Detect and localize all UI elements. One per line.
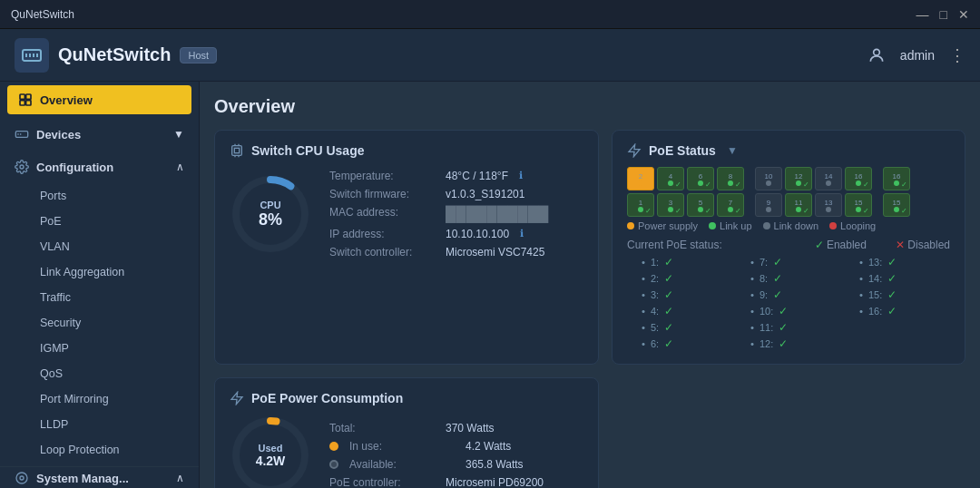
poe-status-dropdown[interactable]: ▼ bbox=[727, 144, 738, 157]
user-icon bbox=[867, 46, 886, 64]
poe-power-icon bbox=[230, 391, 244, 405]
port-1[interactable]: 1 bbox=[627, 193, 654, 217]
sidebar-sub-qos[interactable]: QoS bbox=[40, 361, 199, 386]
sidebar-sub-link-aggregation[interactable]: Link Aggregation bbox=[40, 259, 199, 285]
cpu-card: Switch CPU Usage CPU 8% bbox=[214, 130, 599, 365]
port-5[interactable]: 5 bbox=[687, 193, 714, 217]
port-15b-dot bbox=[894, 207, 899, 212]
minimize-button[interactable]: — bbox=[916, 7, 929, 22]
port-13-dot bbox=[826, 207, 831, 212]
inuse-row: In use: 4.2 Watts bbox=[329, 437, 544, 455]
sidebar-item-devices[interactable]: Devices ▼ bbox=[0, 118, 199, 151]
port-3[interactable]: 3 bbox=[657, 193, 684, 217]
titlebar: QuNetSwitch — □ ✕ bbox=[0, 0, 980, 29]
port-2-dot bbox=[638, 181, 643, 186]
temperature-label: Temperature: bbox=[329, 170, 438, 182]
sidebar-sub-poe[interactable]: PoE bbox=[40, 209, 199, 234]
port-16b[interactable]: 16 bbox=[883, 167, 910, 190]
config-chevron: ∧ bbox=[176, 161, 184, 173]
legend-dot-orange bbox=[627, 222, 634, 229]
poe-row-9: •9:✓ bbox=[736, 288, 841, 302]
controller-row: Switch controller: Microsemi VSC7425 bbox=[329, 243, 548, 261]
system-label: System Manag... bbox=[36, 472, 169, 485]
poe-controller-row: PoE controller: Microsemi PD69200 bbox=[329, 473, 544, 488]
port-15b[interactable]: 15 bbox=[883, 193, 910, 217]
poe-row-15: •15:✓ bbox=[845, 288, 950, 302]
cpu-label: CPU 8% bbox=[259, 200, 282, 229]
port-2[interactable]: 2 bbox=[627, 167, 654, 190]
total-value: 370 Watts bbox=[446, 422, 495, 434]
maximize-button[interactable]: □ bbox=[940, 7, 947, 22]
legend-looping: Looping bbox=[829, 220, 876, 231]
port-10[interactable]: 10 bbox=[755, 167, 782, 190]
svg-rect-17 bbox=[234, 148, 239, 152]
app-logo bbox=[15, 38, 49, 73]
sidebar-sub-loop-protection[interactable]: Loop Protection bbox=[40, 437, 199, 463]
right-spacer bbox=[612, 377, 965, 488]
main-content: Overview Switch CPU Usage bbox=[200, 82, 980, 488]
sidebar-sub-items: Ports PoE VLAN Link Aggregation Traffic … bbox=[0, 183, 199, 463]
inuse-dot bbox=[329, 442, 338, 451]
sidebar-sub-lldp[interactable]: LLDP bbox=[40, 412, 199, 437]
sidebar-item-overview[interactable]: Overview bbox=[7, 85, 191, 114]
controller-label: Switch controller: bbox=[329, 246, 438, 259]
port-6[interactable]: 6 bbox=[687, 167, 714, 190]
ip-row: IP address: 10.10.10.100 ℹ bbox=[329, 225, 548, 243]
sidebar-sub-ports[interactable]: Ports bbox=[40, 183, 199, 209]
port-6-dot bbox=[698, 181, 703, 186]
app-badge: Host bbox=[180, 47, 217, 63]
port-16b-dot bbox=[894, 181, 899, 186]
port-3-dot bbox=[668, 207, 673, 212]
svg-rect-7 bbox=[26, 94, 31, 99]
port-12[interactable]: 12 bbox=[785, 167, 812, 190]
sidebar-sub-security[interactable]: Security bbox=[40, 310, 199, 336]
port-9[interactable]: 9 bbox=[755, 193, 782, 217]
port-15[interactable]: 15 bbox=[845, 193, 872, 217]
svg-point-14 bbox=[20, 476, 24, 480]
legend-link-up: Link up bbox=[709, 220, 751, 231]
port-4[interactable]: 4 bbox=[657, 167, 684, 190]
cpu-info-table: Temperature: 48°C / 118°F ℹ Switch firmw… bbox=[329, 167, 548, 261]
port-7[interactable]: 7 bbox=[717, 193, 744, 217]
port-8[interactable]: 8 bbox=[717, 167, 744, 190]
page-title: Overview bbox=[214, 96, 965, 117]
available-label: Available: bbox=[349, 458, 458, 471]
overview-icon bbox=[18, 93, 33, 107]
sidebar-sub-port-mirroring[interactable]: Port Mirroring bbox=[40, 386, 199, 412]
cpu-card-header: Switch CPU Usage bbox=[230, 143, 583, 158]
cpu-gauge: CPU 8% bbox=[230, 173, 311, 255]
poe-controller-label: PoE controller: bbox=[329, 476, 438, 488]
port-7-dot bbox=[728, 207, 733, 212]
enabled-header: ✓ Enabled bbox=[815, 239, 867, 251]
header-menu-button[interactable]: ⋮ bbox=[949, 45, 965, 65]
ip-info-icon[interactable]: ℹ bbox=[520, 228, 524, 240]
sidebar-sub-traffic[interactable]: Traffic bbox=[40, 285, 199, 310]
port-12-dot bbox=[796, 181, 801, 186]
poe-status-card: PoE Status ▼ 2 4 bbox=[612, 130, 965, 365]
sidebar-sub-igmp[interactable]: IGMP bbox=[40, 336, 199, 361]
devices-icon bbox=[15, 127, 29, 142]
top-cards-row: Switch CPU Usage CPU 8% bbox=[214, 130, 965, 365]
available-value: 365.8 Watts bbox=[466, 458, 524, 471]
poe-col-1: •1:✓ •2:✓ •3:✓ •4:✓ •5:✓ •6:✓ bbox=[627, 255, 732, 351]
cpu-icon bbox=[230, 143, 244, 158]
temperature-info-icon[interactable]: ℹ bbox=[519, 170, 523, 182]
app-name: QuNetSwitch bbox=[58, 44, 171, 65]
port-5-dot bbox=[698, 207, 703, 212]
legend-dot-green bbox=[709, 222, 716, 229]
poe-status-title: PoE Status bbox=[649, 143, 716, 158]
port-11[interactable]: 11 bbox=[785, 193, 812, 217]
inuse-value: 4.2 Watts bbox=[466, 440, 511, 453]
port-16top[interactable]: 16 bbox=[845, 167, 872, 190]
close-button[interactable]: ✕ bbox=[958, 7, 969, 22]
sidebar-item-system[interactable]: System Manag... ∧ bbox=[0, 466, 199, 488]
sidebar-sub-vlan[interactable]: VLAN bbox=[40, 234, 199, 259]
port-13[interactable]: 13 bbox=[815, 193, 842, 217]
temperature-row: Temperature: 48°C / 118°F ℹ bbox=[329, 167, 548, 185]
poe-status-grid: •1:✓ •2:✓ •3:✓ •4:✓ •5:✓ •6:✓ •7:✓ •8:✓ … bbox=[627, 255, 950, 351]
port-14[interactable]: 14 bbox=[815, 167, 842, 190]
svg-rect-8 bbox=[20, 101, 24, 105]
devices-label: Devices bbox=[36, 128, 166, 142]
sidebar-item-configuration[interactable]: Configuration ∧ bbox=[0, 151, 199, 183]
poe-row-7: •7:✓ bbox=[736, 255, 841, 269]
